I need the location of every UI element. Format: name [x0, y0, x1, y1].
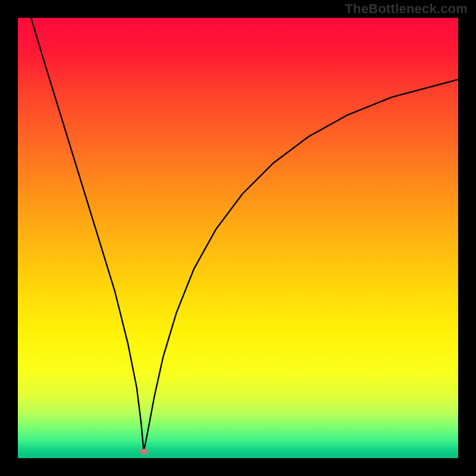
chart-frame: TheBottleneck.com — [0, 0, 476, 476]
curve-right-branch — [144, 80, 458, 452]
minimum-marker — [140, 449, 148, 455]
watermark-text: TheBottleneck.com — [345, 1, 468, 17]
curve-left-branch — [31, 18, 143, 452]
curve-svg — [18, 18, 458, 458]
plot-area — [18, 18, 458, 458]
